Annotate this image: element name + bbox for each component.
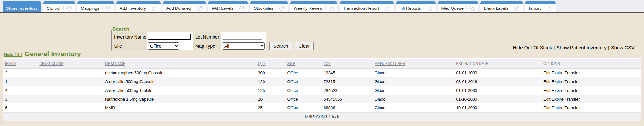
tab-body: Add Inventory↗ xyxy=(116,4,161,12)
column-header-expiration-date: EXPIRATION DATE xyxy=(454,59,542,68)
open-in-new-icon[interactable]: ↗ xyxy=(239,6,245,11)
tab-add-donated[interactable]: Add Donated↗ xyxy=(163,0,206,12)
main-content: Search Inventory Name Lot Number Site Of… xyxy=(0,13,644,126)
tab-par-levels[interactable]: PAR Levels↗ xyxy=(208,0,248,12)
transfer-link[interactable]: Transfer xyxy=(564,79,580,84)
site-select[interactable]: Office xyxy=(148,42,179,50)
cell-lot: 54545555 xyxy=(322,95,373,103)
transfer-link[interactable]: Transfer xyxy=(564,97,580,102)
tab-label: Weekly Review xyxy=(294,6,323,11)
expire-link[interactable]: Expire xyxy=(552,97,563,102)
cell-lot: 784523 xyxy=(322,86,373,95)
cell-expiration-date: 08-01-2016 xyxy=(454,77,542,86)
cell-expiration-date: 10-01-2030 xyxy=(454,103,542,112)
map-type-select[interactable]: All xyxy=(222,42,265,50)
edit-link[interactable]: Edit xyxy=(543,97,550,102)
inventory-row: 2acetaminophen 500mg Capsule300Office123… xyxy=(3,68,641,77)
transfer-link[interactable]: Transfer xyxy=(564,105,580,110)
cell-qty: 120 xyxy=(256,77,286,86)
cell-item-name: MMR xyxy=(103,103,256,112)
hide-count-link[interactable]: Hide ( 5 ) xyxy=(4,52,22,57)
cell-drug-class xyxy=(38,68,103,77)
lot-number-label: Lot Number xyxy=(193,32,221,41)
edit-link[interactable]: Edit xyxy=(543,79,550,84)
tab-body: Mappings↗ xyxy=(77,4,114,12)
tab-divider xyxy=(236,6,236,10)
lot-number-input[interactable] xyxy=(222,34,262,40)
tab-import[interactable]: Import↗ xyxy=(525,0,555,12)
tab-cap xyxy=(525,1,555,4)
cell-item-name: acetaminophen 500mg Capsule xyxy=(103,68,256,77)
open-in-new-icon[interactable]: ↗ xyxy=(66,6,72,11)
column-header-item-name[interactable]: ITEM NAME xyxy=(103,59,256,68)
tab-transaction-report[interactable]: Transaction Report↗ xyxy=(340,0,394,12)
cell-site: Office xyxy=(286,68,322,77)
open-in-new-icon[interactable]: ↗ xyxy=(385,6,390,11)
expire-link[interactable]: Expire xyxy=(552,88,563,93)
open-in-new-icon[interactable]: ↗ xyxy=(547,6,552,11)
column-header-qty[interactable]: QTY xyxy=(256,59,286,68)
expire-link[interactable]: Expire xyxy=(552,79,563,84)
cell-inv-id: 3 xyxy=(3,95,38,103)
tab-blank-labels[interactable]: Blank Labels↗ xyxy=(480,0,523,12)
map-type-label: Map Type xyxy=(193,41,221,50)
transfer-link[interactable]: Transfer xyxy=(564,88,580,93)
inventory-row: 1Amoxicillin 500mg Capsule120Office72315… xyxy=(3,77,641,86)
open-in-new-icon[interactable]: ↗ xyxy=(279,6,285,11)
cell-site: Office xyxy=(286,103,322,112)
tab-label: Med Queue xyxy=(441,6,464,11)
open-in-new-icon[interactable]: ↗ xyxy=(329,6,334,11)
edit-link[interactable]: Edit xyxy=(543,71,550,75)
cell-qty: 300 xyxy=(256,68,286,77)
inventory-name-label: Inventory Name xyxy=(112,32,147,41)
tab-cap xyxy=(438,1,478,4)
inventory-name-input[interactable] xyxy=(148,34,191,40)
column-header-manufacturer[interactable]: MANUFACTURER xyxy=(373,59,454,68)
tab-weekly-review[interactable]: Weekly Review↗ xyxy=(290,0,337,12)
tab-fill-reports[interactable]: Fill Reports↗ xyxy=(396,0,436,12)
cell-lot: 72315 xyxy=(322,77,373,86)
tab-cap xyxy=(480,1,523,4)
column-header-site[interactable]: SITE xyxy=(286,59,322,68)
tab-add-inventory[interactable]: Add Inventory↗ xyxy=(116,0,161,12)
tab-divider xyxy=(424,6,424,10)
cell-manufacturer: Glaxo xyxy=(373,95,454,103)
expire-link[interactable]: Expire xyxy=(552,71,563,75)
edit-link[interactable]: Edit xyxy=(543,105,550,110)
tab-body: Weekly Review↗ xyxy=(290,4,337,12)
show-csv-link[interactable]: Show CSV xyxy=(611,45,635,50)
tab-mappings[interactable]: Mappings↗ xyxy=(77,0,114,12)
tab-bar: Show InventoryControl↗Mappings↗Add Inven… xyxy=(0,0,644,13)
cell-item-name: Amoxicillin 500mg Tablets xyxy=(103,86,256,95)
open-in-new-icon[interactable]: ↗ xyxy=(105,6,111,11)
column-header-inv-id[interactable]: INV ID xyxy=(3,59,38,68)
open-in-new-icon[interactable]: ↗ xyxy=(152,6,157,11)
clear-button[interactable]: Clear xyxy=(295,42,314,50)
tab-control[interactable]: Control↗ xyxy=(43,0,75,12)
tab-stockpiles[interactable]: Stockpiles↗ xyxy=(250,0,288,12)
open-in-new-icon[interactable]: ↗ xyxy=(197,6,203,11)
column-header-drug-class[interactable]: DRUG CLASS xyxy=(38,59,103,68)
show-patient-inventory-link[interactable]: Show Patient Inventory xyxy=(557,45,607,50)
open-in-new-icon[interactable]: ↗ xyxy=(427,6,432,11)
map-type-cell: All xyxy=(221,41,266,50)
tab-divider xyxy=(63,6,64,10)
search-button[interactable]: Search xyxy=(269,42,292,50)
open-in-new-icon[interactable]: ↗ xyxy=(514,6,519,11)
transfer-link[interactable]: Transfer xyxy=(564,71,580,75)
tab-show-inventory[interactable]: Show Inventory xyxy=(3,0,41,12)
column-header-lot[interactable]: LOT xyxy=(322,59,373,68)
expire-link[interactable]: Expire xyxy=(552,105,563,110)
cell-manufacturer: Glaxo xyxy=(373,77,454,86)
open-in-new-icon[interactable]: ↗ xyxy=(469,6,475,11)
table-footer-row: DISPLAYING 1-5 / 5 xyxy=(3,112,641,121)
edit-link[interactable]: Edit xyxy=(543,88,550,93)
tab-body: PAR Levels↗ xyxy=(208,4,248,12)
tab-cap xyxy=(116,1,161,4)
column-header-options: OPTIONS xyxy=(542,59,641,68)
hide-out-of-stock-link[interactable]: Hide Out Of Stock xyxy=(513,45,552,50)
cell-manufacturer: Glaxo xyxy=(373,103,454,112)
tab-body: Add Donated↗ xyxy=(163,4,206,12)
tab-label: Mappings xyxy=(81,6,99,11)
tab-med-queue[interactable]: Med Queue↗ xyxy=(438,0,478,12)
